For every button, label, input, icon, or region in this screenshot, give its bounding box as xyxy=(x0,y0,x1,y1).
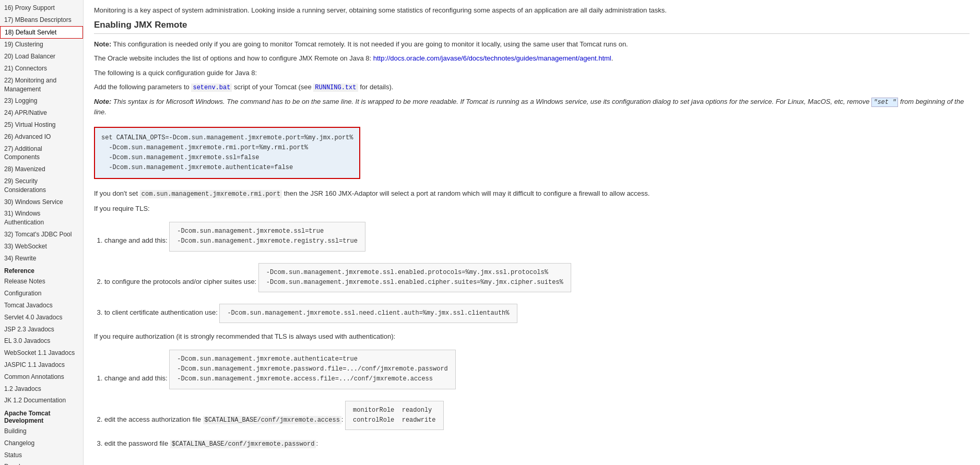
sidebar-item-websocket-javadocs[interactable]: WebSocket 1.1 Javadocs xyxy=(0,347,83,359)
setenv-bat-link[interactable]: setenv.bat xyxy=(191,83,232,91)
note2-text: Note: This syntax is for Microsoft Windo… xyxy=(94,97,970,117)
tls-step1: change and add this: -Dcom.sun.managemen… xyxy=(104,219,970,254)
auth-step1: change and add this: -Dcom.sun.managemen… xyxy=(104,347,970,392)
sidebar-item-release-notes[interactable]: Release Notes xyxy=(0,276,83,288)
tls-step2: to configure the protocols and/or cipher… xyxy=(104,260,970,295)
note-text: This configuration is needed only if you… xyxy=(113,40,628,48)
sidebar-item-advanced-io[interactable]: 26) Advanced IO xyxy=(0,131,83,143)
sidebar-item-clustering[interactable]: 19) Clustering xyxy=(0,39,83,51)
sidebar-item-jsp-javadocs[interactable]: JSP 2.3 Javadocs xyxy=(0,324,83,336)
tls-steps: change and add this: -Dcom.sun.managemen… xyxy=(104,219,970,326)
client-cert-code-block: -Dcom.sun.management.jmxremote.ssl.need.… xyxy=(219,304,517,323)
sidebar-item-1-2-javadocs[interactable]: 1.2 Javadocs xyxy=(0,383,83,395)
note-label: Note: xyxy=(94,40,111,48)
sidebar-item-windows-service[interactable]: 30) Windows Service xyxy=(0,196,83,208)
protocols-code-block: -Dcom.sun.management.jmxremote.ssl.enabl… xyxy=(258,263,571,292)
reference-section-header: Reference xyxy=(0,264,83,276)
sidebar-item-rewrite[interactable]: 34) Rewrite xyxy=(0,253,83,265)
if-require-tls-text: If you require TLS: xyxy=(94,204,970,214)
sidebar-item-servlet-javadocs[interactable]: Servlet 4.0 Javadocs xyxy=(0,312,83,324)
sidebar-item-jaspic-javadocs[interactable]: JASPIC 1.1 Javadocs xyxy=(0,359,83,371)
auth-code-block: -Dcom.sun.management.jmxremote.authentic… xyxy=(169,350,455,389)
sidebar-item-el-javadocs[interactable]: EL 3.0 Javadocs xyxy=(0,335,83,347)
sidebar-item-building[interactable]: Building xyxy=(0,425,83,437)
main-content: Monitoring is a key aspect of system adm… xyxy=(84,0,980,465)
sidebar-item-mbeans[interactable]: 17) MBeans Descriptors xyxy=(0,14,83,26)
sidebar-item-configuration[interactable]: Configuration xyxy=(0,288,83,300)
sidebar-item-changelog[interactable]: Changelog xyxy=(0,437,83,449)
if-no-set-text: If you don't set com.sun.management.jmxr… xyxy=(94,188,970,199)
sidebar-item-connectors[interactable]: 21) Connectors xyxy=(0,63,83,75)
access-code-block: monitorRole readonly controlRole readwri… xyxy=(345,401,443,430)
add-params-text: Add the following parameters to setenv.b… xyxy=(94,82,970,92)
sidebar-item-virtual-hosting[interactable]: 25) Virtual Hosting xyxy=(0,119,83,131)
page-title: Enabling JMX Remote xyxy=(94,20,970,34)
sidebar-item-mavenized[interactable]: 28) Mavenized xyxy=(0,163,83,175)
oracle-link-text: The Oracle website includes the list of … xyxy=(94,53,970,64)
sidebar-item-load-balancer[interactable]: 20) Load Balancer xyxy=(0,51,83,63)
sidebar: 16) Proxy Support 17) MBeans Descriptors… xyxy=(0,0,84,465)
sidebar-item-jdbc-pool[interactable]: 32) Tomcat's JDBC Pool xyxy=(0,229,83,241)
oracle-url-link[interactable]: http://docs.oracle.com/javase/6/docs/tec… xyxy=(373,54,611,62)
tls-step3: to client certificate authentication use… xyxy=(104,301,970,326)
sidebar-item-additional[interactable]: 27) Additional Components xyxy=(0,143,83,164)
sidebar-item-windows-auth[interactable]: 31) Windows Authentication xyxy=(0,208,83,229)
if-require-auth-text: If you require authorization (it is stro… xyxy=(94,331,970,342)
sidebar-item-developers[interactable]: Developers xyxy=(0,461,83,465)
sidebar-item-monitoring[interactable]: 22) Monitoring and Management xyxy=(0,75,83,96)
sidebar-item-security[interactable]: 29) Security Considerations xyxy=(0,175,83,196)
sidebar-item-jk-docs[interactable]: JK 1.2 Documentation xyxy=(0,395,83,407)
sidebar-item-proxy-support[interactable]: 16) Proxy Support xyxy=(0,2,83,14)
tls-code-block: -Dcom.sun.management.jmxremote.ssl=true … xyxy=(169,222,365,251)
auth-step2: edit the access authorization file $CATA… xyxy=(104,398,970,433)
sidebar-item-websocket[interactable]: 33) WebSocket xyxy=(0,241,83,253)
sidebar-item-default-servlet[interactable]: 18) Default Servlet xyxy=(0,26,83,39)
auth-step3: edit the password file $CATALINA_BASE/co… xyxy=(104,438,970,449)
main-code-block: set CATALINA_OPTS=-Dcom.sun.management.j… xyxy=(94,127,360,180)
running-txt-link[interactable]: RUNNING.txt xyxy=(313,83,358,91)
sidebar-item-apr[interactable]: 24) APR/Native xyxy=(0,107,83,119)
sidebar-item-status[interactable]: Status xyxy=(0,449,83,461)
quick-config-text: The following is a quick configuration g… xyxy=(94,68,970,78)
sidebar-item-logging[interactable]: 23) Logging xyxy=(0,95,83,107)
top-intro-text: Monitoring is a key aspect of system adm… xyxy=(94,5,970,16)
auth-steps: change and add this: -Dcom.sun.managemen… xyxy=(104,347,970,449)
note-box: Note: This configuration is needed only … xyxy=(94,39,970,50)
apache-section-header: Apache Tomcat Development xyxy=(0,407,83,425)
sidebar-item-tomcat-javadocs[interactable]: Tomcat Javadocs xyxy=(0,300,83,312)
sidebar-item-common-annotations[interactable]: Common Annotations xyxy=(0,371,83,383)
